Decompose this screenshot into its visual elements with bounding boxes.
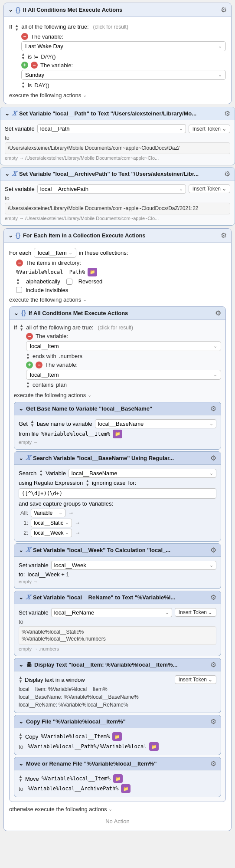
setvar-archive-to-row: to [5,195,230,201]
inner-cond2-stepper[interactable]: ▲▼ [26,381,30,389]
execute-chevron-icon[interactable]: ⌄ [83,297,87,302]
setvar-archive-gear-icon[interactable]: ⚙ [224,170,230,178]
copy-file-gear-icon[interactable]: ⚙ [210,717,216,726]
setvar-week-var-value: local__Week [54,562,86,569]
copy-type-stepper[interactable]: ▲▼ [19,733,23,740]
foreach-var-dropdown[interactable]: local__Item ⌄ [34,248,76,258]
regex-input[interactable]: ([^\d]+)(\d+) [19,488,216,499]
collection-gear-icon[interactable]: ⚙ [221,231,227,240]
display-insert-token-button[interactable]: Insert Token ⌄ [175,675,216,684]
move-file-gear-icon[interactable]: ⚙ [210,760,216,768]
move-file-chevron-icon[interactable]: ⌄ [19,760,23,767]
cond2-op-row: ▲▼ is DAY() [21,81,226,89]
capture-1-dropdown[interactable]: local__Static ⌄ [31,519,72,527]
cond2-op-stepper[interactable]: ▲▼ [21,81,25,89]
setvar-rename-chevron-icon[interactable]: ⌄ [19,594,23,601]
setvar-rename-empty: empty → .numbers [19,646,216,651]
inner-execute-chevron-icon[interactable]: ⌄ [88,392,91,398]
move-file-picker-icon[interactable]: 📁 [113,774,123,783]
get-basename-gear-icon[interactable]: ⚙ [210,404,216,413]
display-text-body: ▲▼ Display text in a window Insert Token… [14,671,221,713]
display-left: ▲▼ Display text in a window [19,676,85,684]
search-var-dropdown[interactable]: local__BaseName ⌄ [69,469,216,478]
inner-remove-cond1-button[interactable]: − [26,333,33,340]
click-result-label[interactable]: (click for result) [93,24,128,30]
otherwise-chevron-icon[interactable]: ⌄ [108,806,112,812]
setvar-rename-insert-token-button[interactable]: Insert Token ⌄ [175,608,216,617]
setvar-archive-title: Set Variable "local__ArchivePath" to Tex… [19,171,199,177]
case-stepper[interactable]: ▲▼ [85,479,89,487]
get-type-stepper[interactable]: ▲▼ [30,420,34,427]
setvar-rename-gear-icon[interactable]: ⚙ [210,593,216,602]
top-if-card-body: If ▲▼ all of the following are true: (cl… [4,17,231,104]
file-picker-icon-2[interactable]: 📁 [113,430,122,438]
inner-if-gear-icon[interactable]: ⚙ [215,309,221,317]
inner-cond1-minus-row: − The variable: [26,333,221,340]
inner-cond1-stepper[interactable]: ▲▼ [26,352,30,360]
inner-if-chevron-icon[interactable]: ⌄ [14,310,19,316]
setvar-week-var-dropdown[interactable]: local__Week ⌄ [51,561,216,570]
inner-cond2-op: contains [33,381,53,388]
get-basename-title: Get Base Name to Variable "local__BaseNa… [26,405,152,412]
execute-chevron-icon[interactable]: ⌄ [83,92,87,98]
inner-click-result[interactable]: (click for result) [98,325,133,331]
cond2-varname-dropdown[interactable]: Sunday ⌄ [21,70,226,80]
inner-remove-cond2-button[interactable]: − [36,362,42,368]
remove-items-button[interactable]: − [16,260,23,266]
setvar-week-gear-icon[interactable]: ⚙ [210,546,216,554]
move-dest-picker-icon[interactable]: 📁 [121,784,131,793]
setvar-archive-var-dropdown[interactable]: local__ArchivePath ⌄ [37,184,186,194]
copy-file-title-area: ⌄ Copy File "%Variable%local__Item%" [19,718,126,725]
get-basename-chevron-icon[interactable]: ⌄ [19,405,23,412]
capture-all-dropdown[interactable]: Variable ⌄ [31,509,65,517]
setvar-path-preview: empty → /Users/alexsteiner/Library/Mobil… [5,155,230,161]
dir-var-row: %Variable%local__Path% 📁 [16,268,226,276]
setvar-path-insert-token-button[interactable]: Insert Token ⌄ [189,125,230,133]
display-text-chevron-icon[interactable]: ⌄ [19,661,23,668]
inner-if-stepper[interactable]: ▲▼ [20,324,23,332]
cond1-op-stepper[interactable]: ▲▼ [21,53,25,60]
chevron-down-icon: ⌄ [179,126,183,132]
collection-chevron-icon[interactable]: ⌄ [8,232,13,239]
reversed-checkbox[interactable] [66,279,72,285]
chevron-down-icon[interactable]: ⌄ [8,7,13,13]
setvar-rename-var-dropdown[interactable]: local__ReName ⌄ [51,608,172,617]
remove-condition-2-button[interactable]: − [31,62,38,69]
search-stepper[interactable]: ▲▼ [39,469,43,477]
inner-add-cond-button[interactable]: + [26,362,33,368]
search-var-header: ⌄ 𝑋 Search Variable "local__BaseName" Us… [14,452,221,465]
setvar-archive-header: ⌄ 𝑋 Set Variable "local__ArchivePath" to… [0,168,235,181]
include-invisibles-row: Include invisibles [16,287,226,293]
search-var-gear-icon[interactable]: ⚙ [210,454,216,462]
display-text-gear-icon[interactable]: ⚙ [210,661,216,669]
search-var-chevron-icon[interactable]: ⌄ [19,455,23,461]
setvar-path-chevron-icon[interactable]: ⌄ [5,110,10,117]
sort-stepper[interactable]: ▲▼ [16,278,20,286]
stepper-icon[interactable]: ▲▼ [15,22,19,32]
inner-cond2-var-dropdown[interactable]: local__Item ⌄ [26,370,221,380]
setvar-path-var-dropdown[interactable]: local__Path ⌄ [37,124,186,133]
basename-var-dropdown[interactable]: local__BaseName ⌄ [95,419,216,428]
include-invisibles-checkbox[interactable] [16,287,22,293]
cond1-varname-dropdown[interactable]: Last Wake Day ⌄ [21,41,226,51]
copy-file-picker-icon[interactable]: 📁 [112,732,122,741]
copy-dest-picker-icon[interactable]: 📁 [149,742,159,751]
remove-condition-1-button[interactable]: − [21,33,28,40]
chevron-down-icon: ⌄ [209,470,213,476]
setvar-archive-insert-token-button[interactable]: Insert Token ⌄ [189,184,230,193]
setvar-rename-value: %Variable%local__Static% %Variable%local… [19,626,216,645]
setvar-week-to-row: to: local__Week + 1 [19,571,216,578]
setvar-path-gear-icon[interactable]: ⚙ [224,109,230,118]
copy-file-chevron-icon[interactable]: ⌄ [19,718,23,725]
add-condition-button[interactable]: + [21,62,28,69]
condition-stepper[interactable]: ▲▼ [15,24,19,32]
gear-icon[interactable]: ⚙ [221,6,227,14]
inner-cond2-val: plan [56,381,67,388]
move-type-stepper[interactable]: ▲▼ [19,775,23,783]
inner-cond1-var-dropdown[interactable]: local__Item ⌄ [26,341,221,351]
file-picker-icon[interactable]: 📁 [88,268,97,276]
setvar-archive-chevron-icon[interactable]: ⌄ [5,171,10,177]
capture-2-dropdown[interactable]: local__Week ⌄ [31,529,72,537]
setvar-week-chevron-icon[interactable]: ⌄ [19,547,23,553]
display-type-stepper[interactable]: ▲▼ [19,676,23,684]
